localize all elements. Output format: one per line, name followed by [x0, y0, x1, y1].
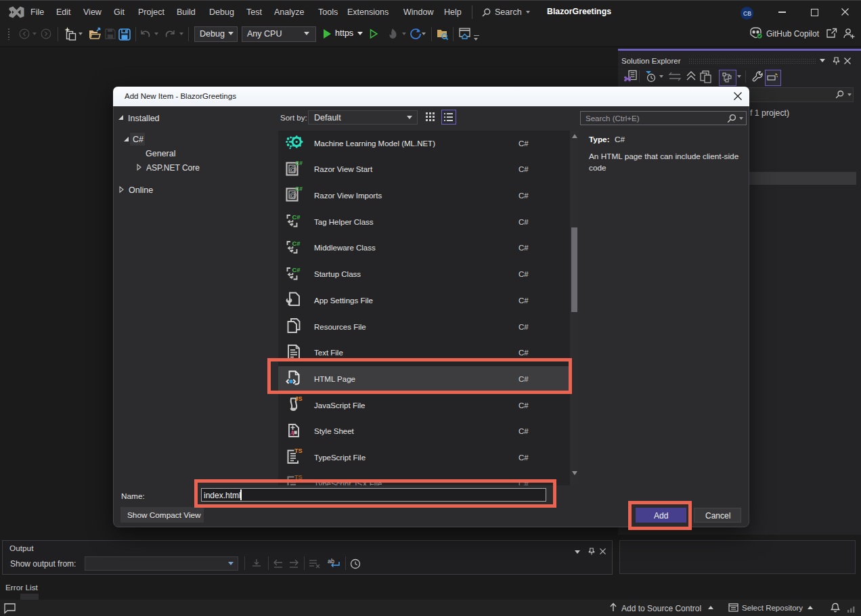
- svg-text:A: A: [290, 429, 294, 436]
- svg-text:C#: C#: [295, 185, 303, 192]
- svg-text:TS: TS: [294, 447, 303, 454]
- svg-text:C#: C#: [292, 213, 301, 221]
- svg-text:ab: ab: [328, 558, 334, 565]
- svg-text:C#: C#: [292, 266, 301, 273]
- svg-text:C#: C#: [295, 160, 303, 167]
- svg-text:JS: JS: [295, 395, 303, 402]
- svg-text:C#: C#: [292, 240, 301, 247]
